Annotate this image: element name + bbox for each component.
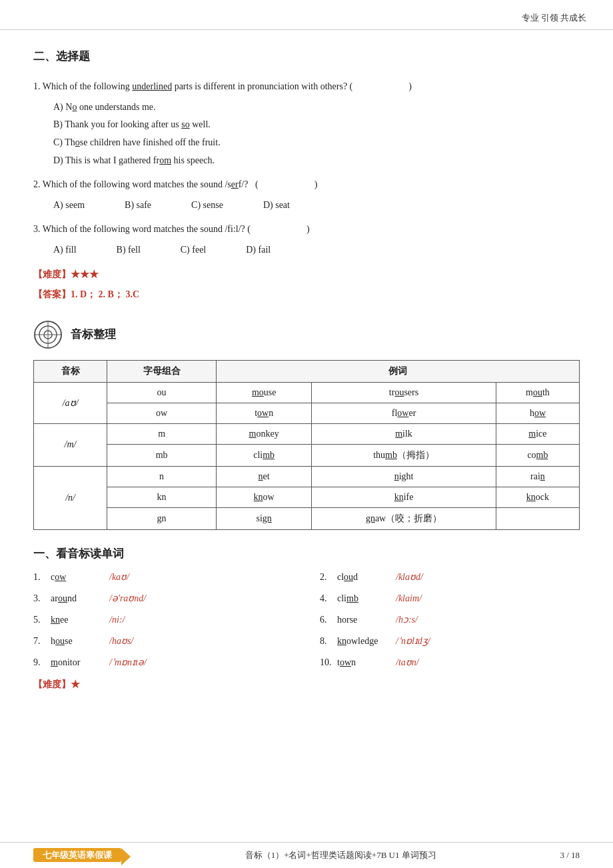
q3-options: A) fill B) fell C) feel D) fail [53,241,580,259]
page-footer: 七年级英语寒假课 音标（1）+名词+哲理类话题阅读+7B U1 单词预习 3 /… [0,842,613,868]
ex-mice: mice [496,423,579,444]
ex-climb: climb [217,444,312,466]
footer-tag: 七年级英语寒假课 [33,848,121,862]
table-row: /aʊ/ ou mouse trousers mouth [34,382,580,403]
q2-text: 2. Which of the following word matches t… [33,176,580,194]
read-phonetic-6: /hɔ:s/ [396,611,456,629]
question-2: 2. Which of the following word matches t… [33,176,580,214]
read-difficulty: 【难度】★ [33,679,580,691]
question-3: 3. Which of the following word matches t… [33,221,580,259]
phonics-icon [33,320,63,349]
ex-empty [496,507,579,529]
read-phonetic-10: /taʊn/ [396,653,456,672]
ex-mouth: mouth [496,382,579,403]
letter-m: m [107,423,217,444]
read-word-knee: knee [51,611,104,629]
ex-mouse: mouse [217,382,312,403]
main-content: 二、选择题 1. Which of the following underlin… [0,30,613,747]
read-num-9: 9. [33,653,45,672]
read-phonetic-2: /klaʊd/ [396,568,456,587]
read-section-title: 一、看音标读单词 [33,546,580,561]
ex-net: net [217,466,312,487]
read-item-2: 2. cloud /klaʊd/ [320,568,580,587]
read-item-8: 8. knowledge /ˈnɒlɪdʒ/ [320,632,580,651]
phonics-header: 音标整理 [33,320,580,349]
read-num-10: 10. [320,653,332,672]
read-word-knowledge: knowledge [337,632,390,651]
read-word-monitor: monitor [51,653,104,672]
ex-knock: knock [496,487,579,507]
read-word-around: around [51,589,104,608]
q2-options: A) seem B) safe C) sense D) seat [53,197,580,215]
q2-optA: A) seem [53,197,85,215]
table-row: ow town flower how [34,403,580,423]
read-num-5: 5. [33,611,45,629]
letter-mb: mb [107,444,217,466]
q2-optD: D) seat [263,197,290,215]
letter-gn: gn [107,507,217,529]
ex-how: how [496,403,579,423]
q3-optD: D) fail [246,241,271,259]
ex-comb: comb [496,444,579,466]
read-num-7: 7. [33,632,45,651]
table-row: /m/ m monkey milk mice [34,423,580,444]
th-examples: 例词 [217,360,580,382]
read-phonetic-3: /ə'raʊnd/ [109,589,169,608]
read-num-6: 6. [320,611,332,629]
read-item-7: 7. house /haʊs/ [33,632,293,651]
q1-text: 1. Which of the following underlined par… [33,78,580,96]
table-row: kn know knife knock [34,487,580,507]
read-word-climb: climb [337,589,390,608]
section2-block: 二、选择题 1. Which of the following underlin… [33,46,580,304]
phoneme-au: /aʊ/ [34,382,107,423]
read-word-cow: cow [51,568,104,587]
table-row: mb climb thumb（拇指） comb [34,444,580,466]
table-row: /n/ n net night rain [34,466,580,487]
phoneme-m: /m/ [34,423,107,466]
read-phonetic-4: /klaim/ [396,589,456,608]
q3-optB: B) fell [117,241,141,259]
read-item-9: 9. monitor /ˈmɒnɪtə/ [33,653,293,672]
ex-town: town [217,403,312,423]
read-item-10: 10. town /taʊn/ [320,653,580,672]
read-phonetic-9: /ˈmɒnɪtə/ [109,653,169,672]
page-header: 专业 引领 共成长 [0,0,613,30]
read-item-4: 4. climb /klaim/ [320,589,580,608]
read-num-3: 3. [33,589,45,608]
section2-answer: 【答案】1. D； 2. B； 3.C [33,286,580,304]
read-item-1: 1. cow /kaʊ/ [33,568,293,587]
read-word-cloud: cloud [337,568,390,587]
table-row: gn sign gnaw（咬；折磨） [34,507,580,529]
read-phonetic-8: /ˈnɒlɪdʒ/ [396,632,456,651]
phonics-section: 音标整理 音标 字母组合 例词 /aʊ/ ou mouse trousers m… [33,320,580,530]
ex-knife: knife [312,487,496,507]
ex-milk: milk [312,423,496,444]
ex-thumb: thumb（拇指） [312,444,496,466]
footer-center: 音标（1）+名词+哲理类话题阅读+7B U1 单词预习 [245,849,436,861]
q3-optC: C) feel [181,241,206,259]
q1-optC: C) Those children have finished off the … [53,134,580,152]
phoneme-n: /n/ [34,466,107,529]
read-num-4: 4. [320,589,332,608]
read-num-1: 1. [33,568,45,587]
q3-text: 3. Which of the following word matches t… [33,221,580,239]
ex-trousers: trousers [312,382,496,403]
section2-title: 二、选择题 [33,46,580,67]
read-word-town: town [337,653,390,672]
read-word-horse: horse [337,611,390,629]
ex-sign: sign [217,507,312,529]
section2-difficulty: 【难度】★★★ [33,266,580,284]
read-phonetic-5: /ni:/ [109,611,169,629]
read-num-8: 8. [320,632,332,651]
letter-kn: kn [107,487,217,507]
q1-optA: A) No one understands me. [53,99,580,117]
read-item-5: 5. knee /ni:/ [33,611,293,629]
ex-know: know [217,487,312,507]
read-num-2: 2. [320,568,332,587]
read-phonetic-1: /kaʊ/ [109,568,169,587]
ex-gnaw: gnaw（咬；折磨） [312,507,496,529]
q2-optB: B) safe [125,197,151,215]
read-section: 一、看音标读单词 1. cow /kaʊ/ 2. cloud /klaʊd/ 3… [33,546,580,691]
ex-rain: rain [496,466,579,487]
letter-ow: ow [107,403,217,423]
